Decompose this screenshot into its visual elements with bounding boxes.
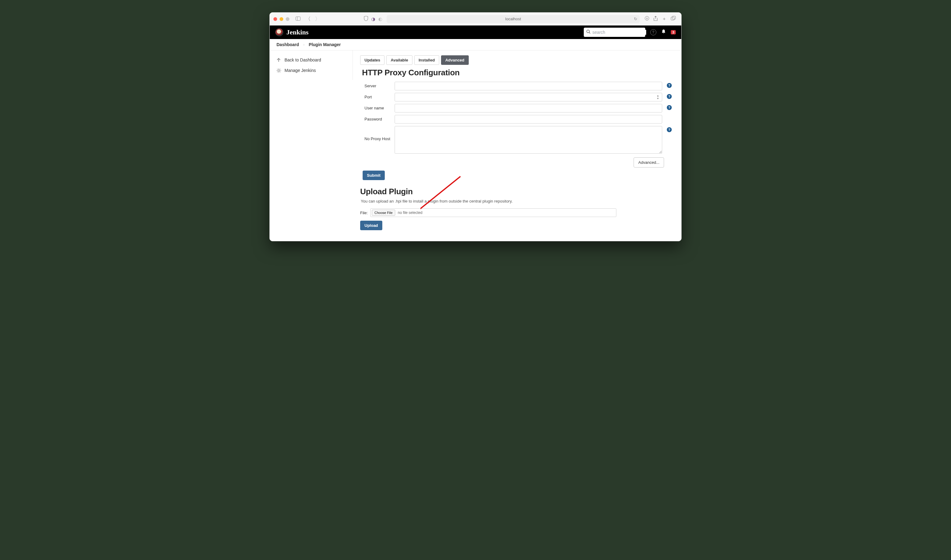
help-icon[interactable]: ? [650,29,657,35]
help-icon[interactable]: ? [667,94,672,99]
sidebar-item-label: Manage Jenkins [285,68,316,73]
tab-bar: Updates Available Installed Advanced [360,55,673,65]
tab-available[interactable]: Available [386,55,412,65]
notification-badge[interactable]: 3 [671,30,676,34]
form-row-password: Password [360,115,673,123]
sidebar: Back to Dashboard Manage Jenkins [270,51,353,80]
svg-rect-0 [296,17,301,20]
downloads-icon[interactable] [645,16,649,22]
chevron-down-icon: ▼ [657,97,661,100]
tab-installed[interactable]: Installed [414,55,439,65]
svg-rect-4 [672,16,676,19]
svg-point-5 [587,30,589,33]
reload-icon[interactable]: ↻ [634,17,637,21]
search-input[interactable] [592,30,646,35]
file-row: File: Choose File no file selected [360,208,617,217]
brand[interactable]: Jenkins [275,28,308,36]
browser-window: 〈 〉 ◑ ◐ localhost ↻ ＋ [270,12,681,241]
sidebar-item-label: Back to Dashboard [285,57,321,62]
file-input[interactable]: Choose File no file selected [370,208,617,217]
chevron-up-icon: ▲ [657,95,661,97]
port-stepper[interactable]: ▲▼ [657,94,661,100]
label-server: Server [360,82,391,88]
nav-back-icon[interactable]: 〈 [305,15,311,22]
nav-forward-icon[interactable]: 〉 [314,15,321,22]
address-bar[interactable]: localhost ↻ [387,15,640,23]
breadcrumb-item[interactable]: Dashboard [276,42,299,47]
form-row-username: User name ? [360,104,673,112]
help-icon[interactable]: ? [667,83,672,88]
app-header: Jenkins ? 3 [270,26,681,39]
window-controls [273,17,290,21]
tracking-icon[interactable]: ◑ [371,16,375,22]
sidebar-wrap: Back to Dashboard Manage Jenkins [270,51,353,241]
brand-title: Jenkins [286,28,308,36]
jenkins-logo-icon [275,28,283,36]
browser-security-icons: ◑ ◐ [364,16,382,22]
gear-icon [276,68,281,73]
sidebar-item-manage[interactable]: Manage Jenkins [275,65,347,75]
label-username: User name [360,104,391,110]
svg-rect-3 [671,17,675,20]
server-input[interactable] [395,82,662,90]
upload-description: You can upload an .hpi file to install a… [361,199,673,203]
label-password: Password [360,115,391,122]
minimize-window-icon[interactable] [280,17,283,21]
tab-updates[interactable]: Updates [360,55,384,65]
label-port: Port [360,93,391,99]
section-title-upload: Upload Plugin [360,187,673,196]
svg-point-7 [278,69,280,71]
help-icon[interactable]: ? [667,105,672,110]
form-row-noproxy: No Proxy Host ? [360,126,673,155]
shield-icon[interactable] [364,16,368,22]
privacy-icon[interactable]: ◐ [378,16,382,22]
label-noproxy: No Proxy Host [360,126,391,141]
share-icon[interactable] [654,16,658,22]
browser-chrome: 〈 〉 ◑ ◐ localhost ↻ ＋ [270,12,681,26]
form-row-port: Port ▲▼ ? [360,93,673,102]
upload-button[interactable]: Upload [360,221,382,230]
main-content: Updates Available Installed Advanced HTT… [353,51,681,241]
advanced-button[interactable]: Advanced... [633,157,664,168]
file-status: no file selected [398,211,422,215]
choose-file-button[interactable]: Choose File [372,209,396,216]
maximize-window-icon[interactable] [286,17,290,21]
arrow-up-icon [276,57,281,63]
svg-line-6 [589,32,590,34]
section-title-proxy: HTTP Proxy Configuration [362,68,673,77]
tab-advanced[interactable]: Advanced [441,55,469,65]
page-body: Back to Dashboard Manage Jenkins Updates… [270,51,681,241]
file-label: File: [360,211,368,215]
new-tab-icon[interactable]: ＋ [662,16,666,22]
search-icon [586,29,590,35]
username-input[interactable] [395,104,662,112]
close-window-icon[interactable] [273,17,277,21]
sidebar-item-back[interactable]: Back to Dashboard [275,55,347,65]
sidebar-toggle-icon[interactable] [294,16,302,22]
bell-icon[interactable] [661,29,666,35]
help-icon[interactable]: ? [667,127,672,132]
tabs-icon[interactable] [671,16,676,22]
search-box[interactable] [584,28,645,37]
password-input[interactable] [395,115,662,123]
port-input[interactable] [395,93,662,102]
noproxy-input[interactable] [395,126,662,154]
url-text: localhost [506,17,521,21]
breadcrumb-item[interactable]: Plugin Manager [309,42,341,47]
header-right: ? 3 [584,28,676,37]
chevron-right-icon: › [303,43,305,46]
form-row-server: Server ? [360,82,673,90]
submit-button[interactable]: Submit [363,171,385,180]
browser-toolbar-right: ＋ [643,16,678,22]
breadcrumb: Dashboard › Plugin Manager [270,39,681,51]
